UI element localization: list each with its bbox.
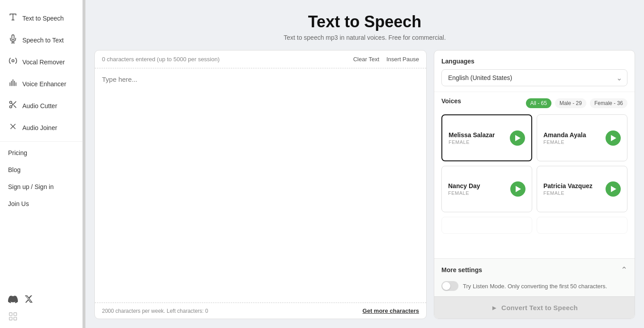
get-more-characters-link[interactable]: Get more characters xyxy=(363,307,419,314)
footer-info: 2000 characters per week. Left character… xyxy=(102,308,208,314)
text-to-speech-icon xyxy=(8,13,18,24)
voice-name: Patricia Vazquez xyxy=(543,182,593,189)
svg-line-14 xyxy=(12,103,13,105)
insert-pause-button[interactable]: Insert Pause xyxy=(386,56,419,63)
play-icon: ► xyxy=(491,304,498,311)
sidebar-item-label: Speech to Text xyxy=(22,37,64,44)
audio-cutter-icon xyxy=(8,100,18,111)
vocal-remover-icon xyxy=(8,56,18,67)
discord-icon[interactable] xyxy=(8,294,18,307)
text-actions: Clear Text Insert Pause xyxy=(353,56,419,63)
sidebar-item-text-to-speech[interactable]: Text to Speech xyxy=(0,7,82,29)
voice-gender: FEMALE xyxy=(448,190,480,196)
sidebar-item-label: Audio Cutter xyxy=(22,102,57,109)
sidebar-item-label: Voice Enhancer xyxy=(22,80,66,88)
listen-mode-row: Try Listen Mode. Only converting the fir… xyxy=(441,281,627,291)
voice-enhancer-icon xyxy=(8,78,18,89)
filter-male-button[interactable]: Male - 29 xyxy=(555,98,586,108)
play-voice-button[interactable] xyxy=(510,181,525,197)
voice-name xyxy=(543,222,545,229)
voices-grid: Melissa Salazar FEMALE Amanda Ayala FEMA… xyxy=(441,114,627,253)
filter-female-button[interactable]: Female - 36 xyxy=(590,98,627,108)
text-panel: 0 characters entered (up to 5000 per ses… xyxy=(94,50,427,319)
sidebar-item-audio-joiner[interactable]: Audio Joiner xyxy=(0,117,82,139)
play-voice-button[interactable] xyxy=(606,130,621,146)
voices-label: Voices xyxy=(441,97,461,105)
voice-name xyxy=(448,222,450,229)
sidebar: Text to Speech Speech to Text Vocal Remo… xyxy=(0,0,83,328)
play-voice-button[interactable] xyxy=(606,181,621,197)
svg-rect-17 xyxy=(9,313,12,315)
sidebar-footer-icon xyxy=(0,312,82,321)
convert-button-label: Convert Text to Speech xyxy=(501,304,578,311)
voice-card-melissa-salazar[interactable]: Melissa Salazar FEMALE xyxy=(441,114,532,161)
settings-content: Try Listen Mode. Only converting the fir… xyxy=(434,281,635,296)
sidebar-item-audio-cutter[interactable]: Audio Cutter xyxy=(0,95,82,117)
more-settings-header[interactable]: More settings ⌃ xyxy=(434,259,635,281)
sidebar-social xyxy=(0,289,82,312)
sidebar-item-join-us[interactable]: Join Us xyxy=(0,195,82,212)
voice-card-partial-5[interactable] xyxy=(441,217,532,234)
voices-header: Voices All - 65 Male - 29 Female - 36 xyxy=(441,97,627,109)
audio-joiner-icon xyxy=(8,122,18,133)
voice-info: Patricia Vazquez FEMALE xyxy=(543,182,593,196)
svg-rect-18 xyxy=(14,313,17,315)
voices-section: Voices All - 65 Male - 29 Female - 36 Me… xyxy=(434,92,635,258)
content-area: 0 characters entered (up to 5000 per ses… xyxy=(85,50,644,328)
filter-all-button[interactable]: All - 65 xyxy=(526,98,551,108)
voice-info: Melissa Salazar FEMALE xyxy=(449,131,495,145)
voice-gender: FEMALE xyxy=(449,139,495,145)
page-header: Text to Speech Text to speech mp3 in nat… xyxy=(85,0,644,50)
chevron-up-icon: ⌃ xyxy=(621,265,627,275)
text-panel-footer: 2000 characters per week. Left character… xyxy=(95,303,426,319)
speech-to-text-icon xyxy=(8,34,18,46)
more-settings: More settings ⌃ Try Listen Mode. Only co… xyxy=(434,258,635,319)
sidebar-divider xyxy=(0,141,82,142)
voice-card-amanda-ayala[interactable]: Amanda Ayala FEMALE xyxy=(537,114,627,161)
voice-info: Nancy Day FEMALE xyxy=(448,182,480,196)
page-title: Text to Speech xyxy=(94,13,635,31)
main-content: Text to Speech Text to speech mp3 in nat… xyxy=(85,0,644,328)
language-select-wrapper: English (United States) ⌄ xyxy=(441,69,627,86)
voice-name: Melissa Salazar xyxy=(449,131,495,139)
voice-card-patricia-vazquez[interactable]: Patricia Vazquez FEMALE xyxy=(537,166,627,212)
sidebar-item-label: Vocal Remover xyxy=(22,59,65,66)
voice-name: Amanda Ayala xyxy=(543,131,586,139)
voice-gender: FEMALE xyxy=(543,190,593,196)
sidebar-item-label: Audio Joiner xyxy=(22,124,57,131)
svg-marker-24 xyxy=(611,186,616,192)
svg-rect-19 xyxy=(9,317,12,320)
convert-button[interactable]: ► Convert Text to Speech xyxy=(434,296,635,319)
clear-text-button[interactable]: Clear Text xyxy=(353,56,379,63)
voice-card-partial-6[interactable] xyxy=(537,217,627,234)
sidebar-item-voice-enhancer[interactable]: Voice Enhancer xyxy=(0,73,82,95)
voice-info xyxy=(448,222,450,229)
right-panel: Languages English (United States) ⌄ Voic… xyxy=(434,50,635,319)
listen-mode-toggle[interactable] xyxy=(441,281,458,291)
voice-card-nancy-day[interactable]: Nancy Day FEMALE xyxy=(441,166,532,212)
sidebar-item-blog[interactable]: Blog xyxy=(0,161,82,178)
page-subtitle: Text to speech mp3 in natural voices. Fr… xyxy=(94,34,635,41)
sidebar-item-pricing[interactable]: Pricing xyxy=(0,144,82,161)
sidebar-item-speech-to-text[interactable]: Speech to Text xyxy=(0,29,82,51)
sidebar-item-label: Text to Speech xyxy=(22,15,64,22)
languages-label: Languages xyxy=(441,58,627,65)
sidebar-item-signup[interactable]: Sign up / Sign in xyxy=(0,178,82,195)
voice-info: Amanda Ayala FEMALE xyxy=(543,131,586,145)
voice-info xyxy=(543,222,545,229)
svg-line-13 xyxy=(14,105,16,108)
svg-marker-23 xyxy=(516,186,521,192)
toggle-knob xyxy=(442,282,450,290)
svg-marker-22 xyxy=(611,135,616,141)
sidebar-item-vocal-remover[interactable]: Vocal Remover xyxy=(0,51,82,73)
text-panel-header: 0 characters entered (up to 5000 per ses… xyxy=(95,50,426,68)
play-voice-button[interactable] xyxy=(510,130,525,146)
language-select[interactable]: English (United States) xyxy=(441,69,627,86)
languages-section: Languages English (United States) ⌄ xyxy=(434,50,635,92)
more-settings-label: More settings xyxy=(441,266,482,273)
text-input[interactable] xyxy=(95,68,426,303)
twitter-icon[interactable] xyxy=(24,294,33,307)
svg-marker-21 xyxy=(515,135,521,141)
svg-rect-20 xyxy=(14,317,17,320)
listen-mode-label: Try Listen Mode. Only converting the fir… xyxy=(463,283,607,290)
